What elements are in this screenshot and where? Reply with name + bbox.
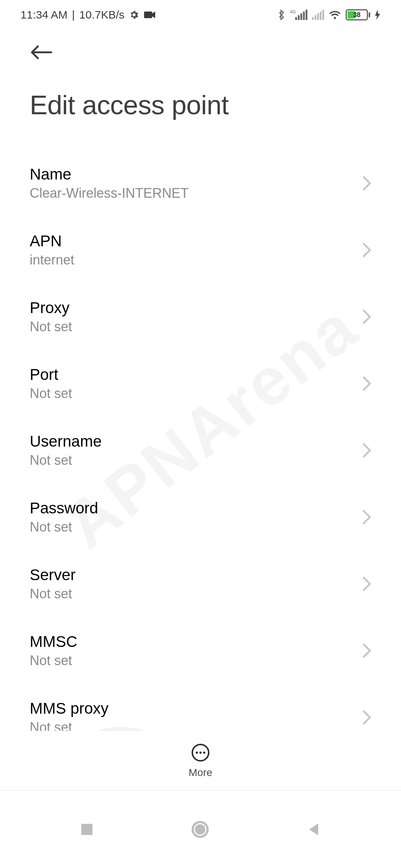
battery-icon: 38: [346, 9, 370, 20]
svg-rect-5: [81, 824, 92, 835]
setting-value: Not set: [30, 586, 76, 602]
setting-label: Username: [30, 433, 102, 450]
signal-4g-icon: 4G: [290, 10, 307, 20]
status-left: 11:34 AM | 10.7KB/s: [20, 9, 156, 21]
svg-point-7: [195, 824, 205, 835]
header: Edit access point: [0, 30, 401, 128]
setting-row-apn[interactable]: APN internet: [0, 217, 401, 283]
svg-point-3: [199, 752, 202, 754]
arrow-left-icon: [30, 45, 53, 60]
chevron-right-icon: [362, 576, 371, 591]
gear-icon: [129, 10, 139, 20]
setting-label: MMS proxy: [30, 700, 108, 717]
setting-row-proxy[interactable]: Proxy Not set: [0, 283, 401, 350]
status-bar: 11:34 AM | 10.7KB/s 4G 38: [0, 0, 401, 30]
setting-label: Server: [30, 566, 76, 584]
setting-value: Not set: [30, 386, 72, 401]
circle-icon: [190, 820, 210, 839]
setting-label: Password: [30, 499, 98, 517]
more-button[interactable]: More: [189, 743, 212, 779]
svg-point-2: [196, 752, 198, 754]
setting-label: MMSC: [30, 633, 77, 651]
svg-rect-0: [144, 11, 152, 18]
settings-list: APNArena Name Clear-Wireless-INTERNET AP…: [0, 128, 401, 821]
setting-row-password[interactable]: Password Not set: [0, 484, 401, 550]
chevron-right-icon: [362, 176, 371, 191]
chevron-right-icon: [362, 376, 371, 391]
status-time: 11:34 AM: [20, 9, 68, 21]
nav-home-button[interactable]: [190, 820, 210, 839]
more-label: More: [189, 767, 212, 779]
chevron-right-icon: [362, 309, 371, 324]
signal-sim2-icon: [312, 10, 324, 20]
status-speed: 10.7KB/s: [79, 9, 125, 21]
chevron-right-icon: [362, 243, 371, 257]
setting-value: Clear-Wireless-INTERNET: [30, 185, 189, 201]
chevron-right-icon: [362, 710, 371, 725]
setting-row-mmsc[interactable]: MMSC Not set: [0, 617, 401, 684]
charging-icon: [375, 10, 381, 20]
setting-label: Proxy: [30, 299, 72, 317]
status-separator: |: [72, 9, 75, 21]
triangle-left-icon: [306, 822, 321, 837]
bottom-toolbar: More: [0, 731, 401, 790]
chevron-right-icon: [362, 443, 371, 458]
setting-row-username[interactable]: Username Not set: [0, 417, 401, 484]
bluetooth-icon: [277, 9, 286, 20]
navigation-bar: [0, 790, 401, 868]
square-icon: [80, 822, 94, 836]
page-title: Edit access point: [30, 90, 371, 120]
setting-value: Not set: [30, 453, 102, 468]
setting-value: Not set: [30, 319, 72, 335]
nav-recent-button[interactable]: [80, 822, 94, 836]
chevron-right-icon: [362, 510, 371, 525]
chevron-right-icon: [362, 643, 371, 658]
wifi-icon: [329, 10, 341, 20]
setting-label: Port: [30, 366, 72, 384]
camera-icon: [144, 10, 156, 19]
svg-point-4: [203, 752, 205, 754]
setting-label: Name: [30, 165, 189, 183]
setting-row-server[interactable]: Server Not set: [0, 550, 401, 617]
setting-value: internet: [30, 252, 74, 268]
back-button[interactable]: [30, 45, 53, 60]
more-icon: [191, 743, 210, 764]
setting-row-name[interactable]: Name Clear-Wireless-INTERNET: [0, 150, 401, 217]
setting-row-port[interactable]: Port Not set: [0, 350, 401, 417]
status-right: 4G 38: [277, 9, 381, 20]
nav-back-button[interactable]: [306, 822, 321, 837]
setting-value: Not set: [30, 519, 98, 535]
setting-label: APN: [30, 232, 74, 250]
setting-value: Not set: [30, 653, 77, 668]
